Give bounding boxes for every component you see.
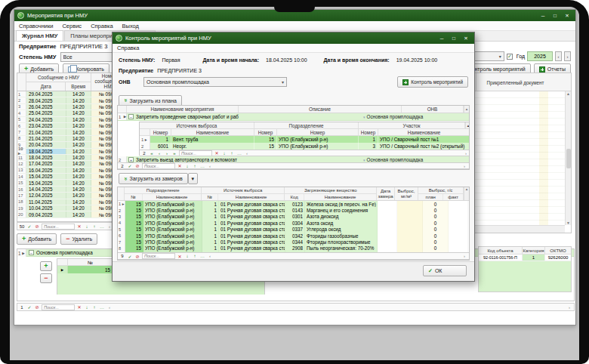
menu-servis[interactable]: Сервис — [62, 23, 82, 29]
plan-group-row-1[interactable]: 1 ▶ −Запретить проведение сварочных рабо… — [118, 113, 469, 121]
bottom-delete-button[interactable]: − Удалить — [60, 233, 97, 245]
ok-button[interactable]: ✓ ОК — [423, 265, 467, 276]
onv-combo[interactable]: Основная промплощадка ▾ — [143, 77, 287, 87]
minus-icon: − — [44, 275, 48, 282]
move-up-icon[interactable]: ↑ — [229, 150, 235, 156]
move-up-icon[interactable]: ↑ — [192, 253, 198, 259]
search-input[interactable] — [179, 150, 212, 156]
scroll-down-icon[interactable]: ▼ — [566, 221, 570, 225]
message-date: 21.04.2025 — [26, 136, 66, 141]
scroll-thumb[interactable] — [566, 149, 571, 168]
more-icon[interactable]: … — [99, 224, 105, 230]
chevron-down-icon: ▾ — [282, 79, 284, 85]
move-down-icon[interactable]: ↓ — [84, 304, 90, 310]
search-input[interactable] — [142, 163, 175, 169]
dialog-close-button[interactable]: ✕ — [461, 34, 471, 42]
nested-delete-button[interactable]: − — [40, 273, 52, 283]
year-prev-button[interactable]: ‹ — [555, 51, 562, 61]
accept-icon[interactable]: ✓ — [127, 253, 133, 259]
move-down-icon[interactable]: ↓ — [184, 253, 190, 259]
cancel-icon[interactable]: ⊘ — [34, 224, 40, 230]
measure-row[interactable]: 815УПО (Елабужский р-н)101 Ручная дугова… — [118, 245, 469, 251]
dialog-menu-spravka[interactable]: Справка — [117, 45, 139, 51]
cancel-icon[interactable]: ⊘ — [134, 253, 140, 259]
source-name: 01 Ручная дуговая сварка стал — [219, 239, 285, 245]
accept-icon[interactable]: ✓ — [127, 163, 133, 169]
plan-nested-row[interactable]: 26001Неорг.15УПО (Елабужский р-н)3УПО / … — [140, 143, 470, 150]
measure-row[interactable]: 415УПО (Елабужский р-н)101 Ручная дугова… — [118, 220, 469, 226]
move-up-icon[interactable]: ↑ — [192, 163, 198, 169]
scroll-right-icon[interactable]: › — [566, 304, 572, 310]
measure-row[interactable]: 715УПО (Елабужский р-н)101 Ручная дугова… — [118, 239, 469, 245]
clear-icon[interactable]: ✕ — [177, 163, 183, 169]
scroll-left-icon[interactable]: ‹ — [106, 304, 113, 310]
measure-row[interactable]: 615УПО (Елабужский р-н)101 Ручная дугова… — [118, 233, 469, 239]
clear-icon[interactable]: ✕ — [76, 224, 82, 230]
close-button[interactable]: ✕ — [562, 11, 572, 20]
menu-vyhod[interactable]: Выход — [122, 23, 139, 29]
clear-icon[interactable]: ✕ — [76, 304, 82, 310]
expand-icon[interactable]: + — [128, 157, 134, 162]
scroll-right-icon[interactable]: › — [463, 150, 469, 156]
more-icon[interactable]: … — [199, 163, 205, 169]
move-down-icon[interactable]: ↓ — [184, 163, 190, 169]
minimize-button[interactable]: ─ — [538, 11, 548, 20]
message-date: 10.04.2025 — [26, 205, 66, 211]
load-measures-dropdown-button[interactable]: ▾ — [188, 173, 198, 184]
message-time: 14:20 — [66, 91, 91, 97]
measure-row[interactable]: 1 ▸15УПО (Елабужский р-н)101 Ручная дуго… — [118, 201, 469, 207]
collapse-icon[interactable]: − — [29, 250, 34, 255]
scroll-right-icon[interactable]: › — [461, 163, 467, 169]
move-down-icon[interactable]: ↓ — [221, 150, 227, 156]
tab-journal-nmu[interactable]: Журнал НМУ — [16, 30, 63, 41]
app-icon — [116, 35, 122, 42]
scroll-right-icon[interactable]: › — [461, 253, 467, 259]
maximize-button[interactable]: □ — [550, 11, 560, 20]
year-next-button[interactable]: › — [564, 51, 571, 61]
vertical-scrollbar[interactable]: ▲ ▼ — [565, 91, 571, 225]
search-input[interactable] — [42, 224, 75, 230]
row-number: 18 — [17, 199, 26, 205]
next-page-icon[interactable]: › — [164, 150, 170, 156]
plan-nested-row[interactable]: 1 ▸1Вент. труба15УПО (Елабужский р-н)1УП… — [140, 136, 470, 143]
row-number: 3 — [118, 214, 125, 220]
menu-spravochniki[interactable]: Справочники — [19, 23, 53, 29]
prev-page-icon[interactable]: ‹ — [156, 150, 162, 156]
more-icon[interactable]: … — [99, 304, 105, 310]
substance-name: Марганец и его соединения — [305, 207, 378, 213]
last-page-icon[interactable]: » — [171, 150, 177, 156]
scroll-up-icon[interactable]: ▲ — [566, 91, 570, 96]
load-from-measures-button[interactable]: » Загрузить из замеров — [119, 173, 188, 184]
clear-icon[interactable]: ✕ — [214, 150, 220, 156]
year-checkbox[interactable]: ✓ — [507, 54, 513, 60]
menu-spravka[interactable]: Справка — [91, 23, 113, 29]
more-icon[interactable]: … — [199, 253, 205, 259]
cancel-icon[interactable]: ⊘ — [34, 304, 40, 310]
more-icon[interactable]: … — [236, 150, 242, 156]
header-subdivision: Подразделение — [125, 187, 201, 194]
scroll-left-icon[interactable]: ‹ — [207, 253, 213, 259]
measure-row[interactable]: 215УПО (Елабужский р-н)101 Ручная дугова… — [118, 207, 469, 213]
bottom-add-button[interactable]: + Добавить — [17, 233, 57, 245]
nested-add-button[interactable]: + — [40, 261, 52, 271]
dialog-maximize-button[interactable]: □ — [449, 34, 459, 42]
accept-icon[interactable]: ✓ — [26, 304, 32, 310]
scroll-left-icon[interactable]: ‹ — [244, 150, 250, 156]
clear-icon[interactable]: ✕ — [177, 253, 183, 259]
cancel-icon[interactable]: ⊘ — [134, 163, 140, 169]
accept-icon[interactable]: ✓ — [26, 224, 32, 230]
scroll-left-icon[interactable]: ‹ — [207, 163, 213, 169]
collapse-icon[interactable]: − — [128, 114, 134, 119]
move-up-icon[interactable]: ↑ — [91, 304, 97, 310]
dialog-control-button[interactable]: Контроль мероприятий — [397, 76, 468, 88]
first-page-icon[interactable]: « — [149, 150, 155, 156]
search-input[interactable] — [142, 253, 175, 259]
object-info-row[interactable]: 92-0116-001756-П 1 92626000 — [479, 254, 571, 261]
search-input[interactable] — [42, 304, 75, 310]
measure-row[interactable]: 515УПО (Елабужский р-н)101 Ручная дугова… — [118, 227, 469, 233]
move-up-icon[interactable]: ↑ — [91, 224, 97, 230]
dialog-minimize-button[interactable]: ─ — [436, 34, 447, 42]
measure-row[interactable]: 315УПО (Елабужский р-н)101 Ручная дугова… — [118, 214, 469, 220]
row-number: 8 — [118, 245, 125, 251]
move-down-icon[interactable]: ↓ — [84, 224, 90, 230]
